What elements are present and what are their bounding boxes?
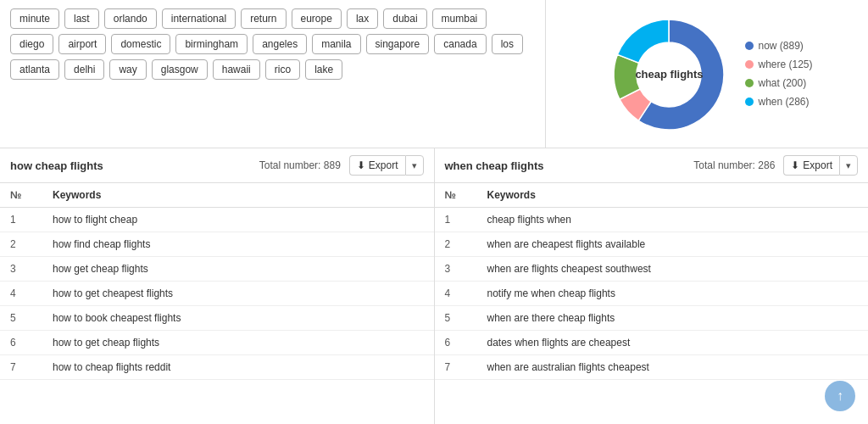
row-num: 5 (0, 306, 42, 331)
download-icon-2: ⬇ (791, 159, 799, 171)
table-row: 6how to get cheap flights (0, 331, 434, 355)
when-panel-right: Total number: 286 ⬇ Export ▾ (693, 155, 858, 176)
tag-return[interactable]: return (241, 8, 286, 29)
when-export-group[interactable]: ⬇ Export ▾ (783, 155, 858, 176)
tag-canada[interactable]: canada (434, 34, 486, 54)
tag-birmingham[interactable]: birmingham (175, 34, 248, 54)
how-panel-title: how cheap flights (10, 159, 103, 172)
when-table-scroll[interactable]: № Keywords 1cheap flights when2when are … (435, 183, 869, 424)
row-num: 2 (0, 232, 42, 257)
row-num: 1 (0, 208, 42, 232)
row-num: 5 (435, 306, 477, 331)
row-keyword: dates when flights are cheapest (477, 331, 869, 355)
tags-area: minutelastorlandointernationalreturneuro… (0, 0, 546, 148)
row-keyword: when are cheapest flights available (477, 232, 869, 257)
row-keyword: how to cheap flights reddit (42, 355, 434, 380)
legend-item: where (125) (745, 59, 812, 70)
when-panel-title: when cheap flights (445, 159, 544, 172)
legend-label: now (889) (758, 40, 803, 52)
tag-last[interactable]: last (64, 8, 99, 29)
row-num: 6 (0, 331, 42, 355)
how-panel-header: how cheap flights Total number: 889 ⬇ Ex… (0, 148, 434, 183)
legend-label: where (125) (758, 59, 812, 70)
tag-international[interactable]: international (162, 8, 236, 29)
row-num: 6 (435, 331, 477, 355)
how-total-label: Total number: 889 (259, 159, 341, 171)
table-row: 3how get cheap flights (0, 257, 434, 282)
row-keyword: when are flights cheapest southwest (477, 257, 869, 282)
table-row: 5when are there cheap flights (435, 306, 869, 331)
how-table-scroll[interactable]: № Keywords 1how to flight cheap2how find… (0, 183, 434, 424)
when-export-button[interactable]: ⬇ Export (783, 155, 839, 176)
table-row: 1how to flight cheap (0, 208, 434, 232)
row-keyword: how to get cheapest flights (42, 282, 434, 306)
tag-hawaii[interactable]: hawaii (213, 59, 260, 80)
table-row: 2how find cheap flights (0, 232, 434, 257)
tag-atlanta[interactable]: atlanta (10, 59, 59, 80)
row-num: 7 (435, 355, 477, 380)
how-table: № Keywords 1how to flight cheap2how find… (0, 183, 434, 380)
how-export-button[interactable]: ⬇ Export (349, 155, 405, 176)
tag-europe[interactable]: europe (292, 8, 342, 29)
when-col-keywords: Keywords (477, 183, 869, 208)
tag-delhi[interactable]: delhi (64, 59, 104, 80)
row-num: 3 (435, 257, 477, 282)
table-row: 7when are australian flights cheapest (435, 355, 869, 380)
row-num: 2 (435, 232, 477, 257)
legend-item: when (286) (745, 96, 812, 108)
row-num: 3 (0, 257, 42, 282)
donut-chart: cheap flights (601, 8, 737, 140)
how-panel: how cheap flights Total number: 889 ⬇ Ex… (0, 148, 435, 424)
tag-rico[interactable]: rico (265, 59, 300, 80)
tag-lax[interactable]: lax (347, 8, 378, 29)
tags-container: minutelastorlandointernationalreturneuro… (10, 8, 535, 80)
tag-lake[interactable]: lake (305, 59, 342, 80)
chart-area: cheap flights now (889)where (125)what (… (546, 0, 868, 148)
tag-diego[interactable]: diego (10, 34, 53, 54)
row-num: 4 (435, 282, 477, 306)
row-keyword: how find cheap flights (42, 232, 434, 257)
how-col-num: № (0, 183, 42, 208)
when-total-label: Total number: 286 (693, 159, 775, 171)
tag-orlando[interactable]: orlando (104, 8, 157, 29)
legend-label: what (200) (758, 77, 806, 89)
tag-glasgow[interactable]: glasgow (152, 59, 208, 80)
how-panel-right: Total number: 889 ⬇ Export ▾ (259, 155, 424, 176)
tag-dubai[interactable]: dubai (383, 8, 426, 29)
row-keyword: notify me when cheap flights (477, 282, 869, 306)
scroll-to-top-button[interactable]: ↑ (825, 381, 855, 411)
row-keyword: when are australian flights cheapest (477, 355, 869, 380)
tag-domestic[interactable]: domestic (111, 34, 170, 54)
how-export-group[interactable]: ⬇ Export ▾ (349, 155, 424, 176)
when-table: № Keywords 1cheap flights when2when are … (435, 183, 869, 380)
tag-mumbai[interactable]: mumbai (432, 8, 487, 29)
row-keyword: how get cheap flights (42, 257, 434, 282)
table-row: 2when are cheapest flights available (435, 232, 869, 257)
row-num: 4 (0, 282, 42, 306)
tag-singapore[interactable]: singapore (366, 34, 430, 54)
table-row: 1cheap flights when (435, 208, 869, 232)
download-icon: ⬇ (357, 159, 365, 171)
when-export-caret[interactable]: ▾ (839, 155, 858, 176)
when-col-num: № (435, 183, 477, 208)
tag-angeles[interactable]: angeles (253, 34, 307, 54)
table-row: 5how to book cheapest flights (0, 306, 434, 331)
row-num: 1 (435, 208, 477, 232)
row-keyword: how to book cheapest flights (42, 306, 434, 331)
table-row: 6dates when flights are cheapest (435, 331, 869, 355)
tag-way[interactable]: way (109, 59, 146, 80)
tag-los[interactable]: los (492, 34, 523, 54)
legend-label: when (286) (758, 96, 809, 108)
tag-minute[interactable]: minute (10, 8, 59, 29)
table-row: 3when are flights cheapest southwest (435, 257, 869, 282)
tag-airport[interactable]: airport (58, 34, 106, 54)
row-num: 7 (0, 355, 42, 380)
how-col-keywords: Keywords (42, 183, 434, 208)
how-export-caret[interactable]: ▾ (405, 155, 424, 176)
row-keyword: how to get cheap flights (42, 331, 434, 355)
tag-manila[interactable]: manila (312, 34, 360, 54)
row-keyword: when are there cheap flights (477, 306, 869, 331)
table-row: 4notify me when cheap flights (435, 282, 869, 306)
chart-legend: now (889)where (125)what (200)when (286) (745, 40, 812, 108)
legend-item: what (200) (745, 77, 812, 89)
